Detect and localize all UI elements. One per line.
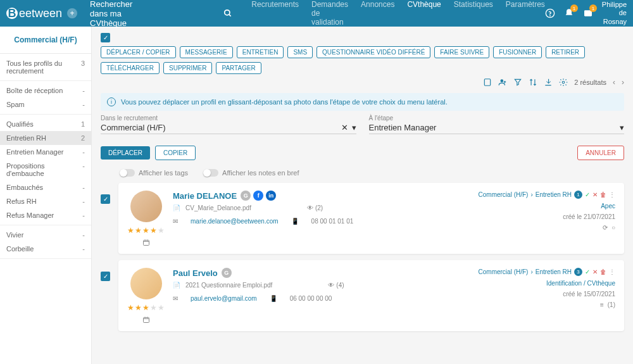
crumb-campaign[interactable]: Commercial (H/F) <box>479 268 529 275</box>
candidate-checkbox[interactable]: ✓ <box>101 272 110 281</box>
action-button[interactable]: SMS <box>287 46 313 58</box>
action-button[interactable]: RETIRER <box>546 46 585 58</box>
action-button[interactable]: FAIRE SUIVRE <box>434 46 489 58</box>
nav-params[interactable]: Paramètres <box>506 0 545 27</box>
social-g-icon[interactable]: G <box>222 268 232 278</box>
action-button[interactable]: MESSAGERIE <box>180 46 233 58</box>
sidebar-item[interactable]: Spam- <box>0 97 91 111</box>
toggle-tags[interactable]: Afficher les tags <box>120 169 188 177</box>
calendar-icon[interactable] <box>142 316 150 323</box>
sidebar-item[interactable]: Boîte de réception- <box>0 84 91 97</box>
more-icon[interactable]: ⋮ <box>609 268 615 275</box>
view-count: (4) <box>336 282 344 289</box>
candidate-name[interactable]: Marie DELANOE <box>173 191 237 201</box>
delete-icon[interactable]: 🗑 <box>600 268 606 275</box>
action-button[interactable]: TÉLÉCHARGER <box>101 62 160 74</box>
cancel-button[interactable]: ANNULER <box>577 146 624 160</box>
rating-stars[interactable]: ★★★★★ <box>127 226 165 235</box>
sidebar-item[interactable]: Corbeille- <box>0 242 91 256</box>
sidebar-item[interactable]: Embauchés- <box>0 180 91 194</box>
svg-point-7 <box>563 81 565 84</box>
step-select[interactable]: Entretien Manager ▾ <box>369 122 625 134</box>
next-page-icon[interactable]: › <box>622 78 624 87</box>
nav-annonces[interactable]: Annonces <box>361 0 394 27</box>
candidate-email[interactable]: paul.ervelo@gmail.com <box>191 295 257 302</box>
candidate-email[interactable]: marie.delanoe@beetween.com <box>191 218 279 225</box>
sidebar-item[interactable]: Propositions d'embauche- <box>0 159 91 180</box>
action-button[interactable]: QUESTIONNAIRE VIDÉO DIFFÉRÉ <box>316 46 430 58</box>
chevron-down-icon[interactable]: ▾ <box>620 123 624 132</box>
doc-icon: 📄 <box>173 204 180 211</box>
sidebar-item[interactable]: Entretien RH2 <box>0 131 91 145</box>
action-button[interactable]: ENTRETIEN <box>237 46 284 58</box>
move-label-step: À l'étape <box>369 115 625 122</box>
sidebar-item[interactable]: Tous les profils du recrutement3 <box>0 56 91 78</box>
avatar[interactable] <box>130 191 162 222</box>
sidebar-item[interactable]: Vivier- <box>0 228 91 242</box>
clear-icon[interactable]: ✕ <box>341 123 348 132</box>
sidebar-item[interactable]: Entretien Manager- <box>0 145 91 159</box>
calendar-icon[interactable] <box>142 239 150 246</box>
approve-icon[interactable]: ✓ <box>585 268 590 275</box>
candidate-source[interactable]: Apec <box>601 203 615 210</box>
action-button[interactable]: SUPPRIMER <box>163 62 212 74</box>
sidebar-item[interactable]: Qualifiés1 <box>0 117 91 131</box>
toggle-notes-label: Afficher les notes en bref <box>222 169 299 177</box>
action-button[interactable]: PARTAGER <box>216 62 261 74</box>
sidebar-item[interactable]: Refus RH- <box>0 194 91 208</box>
nav-demandes[interactable]: Demandes de validation <box>311 0 348 27</box>
nav-stats[interactable]: Statistiques <box>454 0 493 27</box>
doc-name[interactable]: CV_Marie_Delanoe.pdf <box>185 204 251 211</box>
rating-stars[interactable]: ★★★★★ <box>127 303 165 312</box>
candidate-source[interactable]: Identification / CVthèque <box>546 280 615 287</box>
candidate-name[interactable]: Paul Ervelo <box>173 268 218 278</box>
recruitment-select[interactable]: Commercial (H/F) ✕▾ <box>101 122 356 134</box>
contact-icon[interactable] <box>483 78 492 87</box>
chevron-down-icon[interactable]: ▾ <box>352 123 356 132</box>
help-icon[interactable] <box>545 8 555 18</box>
reject-icon[interactable]: ✕ <box>592 191 598 198</box>
candidate-checkbox[interactable]: ✓ <box>101 194 110 204</box>
sidebar-item-label: Refus Manager <box>6 211 54 219</box>
add-person-icon[interactable] <box>498 78 507 87</box>
more-icon[interactable]: ⋮ <box>609 191 615 198</box>
select-all-checkbox[interactable]: ✓ <box>101 33 110 42</box>
copy-button[interactable]: COPIER <box>155 146 196 160</box>
social-f-icon[interactable]: f <box>253 191 263 201</box>
user-menu[interactable]: Philippe de Rosnay <box>602 1 627 26</box>
sidebar-item-label: Entretien Manager <box>6 148 64 156</box>
approve-icon[interactable]: ✓ <box>585 191 590 198</box>
sidebar-item[interactable]: Refus Manager- <box>0 208 91 222</box>
candidate-phone[interactable]: 06 00 00 00 00 <box>290 295 332 302</box>
action-button[interactable]: DÉPLACER / COPIER <box>101 46 176 58</box>
candidate-phone[interactable]: 08 00 01 01 01 <box>311 218 354 225</box>
social-g-icon[interactable]: G <box>241 191 251 201</box>
filter-icon[interactable] <box>513 78 522 87</box>
messages-icon[interactable]: 1 <box>583 8 593 18</box>
action-button[interactable]: FUSIONNER <box>493 46 542 58</box>
social-l-icon[interactable]: in <box>266 191 276 201</box>
sort-icon[interactable] <box>529 78 537 87</box>
nav-recrutements[interactable]: Recrutements <box>251 0 299 27</box>
add-icon[interactable]: + <box>67 8 77 18</box>
search-icon[interactable] <box>223 9 232 18</box>
move-button[interactable]: DÉPLACER <box>101 146 150 160</box>
avatar[interactable] <box>130 268 162 299</box>
doc-icon: 📄 <box>173 282 180 289</box>
notifications-icon[interactable]: 1 <box>564 8 574 18</box>
doc-name[interactable]: 2021 Questionnaire Emploi.pdf <box>185 282 272 289</box>
download-icon[interactable] <box>544 78 553 87</box>
prev-page-icon[interactable]: ‹ <box>613 78 615 87</box>
settings-icon[interactable] <box>559 78 568 87</box>
crumb-step[interactable]: Entretien RH <box>536 268 572 275</box>
logo[interactable]: B eetween + <box>6 7 77 20</box>
delete-icon[interactable]: 🗑 <box>600 191 606 198</box>
top-right: 1 1 Philippe de Rosnay <box>545 1 627 26</box>
candidate-card: ✓★★★★★Marie DELANOEGfin📄CV_Marie_Delanoe… <box>118 183 624 254</box>
crumb-step[interactable]: Entretien RH <box>536 191 572 198</box>
sidebar-item-label: Vivier <box>6 231 23 239</box>
crumb-campaign[interactable]: Commercial (H/F) <box>479 191 529 198</box>
toggle-notes[interactable]: Afficher les notes en bref <box>203 169 299 177</box>
reject-icon[interactable]: ✕ <box>592 268 598 275</box>
nav-cvtheque[interactable]: CVthèque <box>407 0 441 27</box>
